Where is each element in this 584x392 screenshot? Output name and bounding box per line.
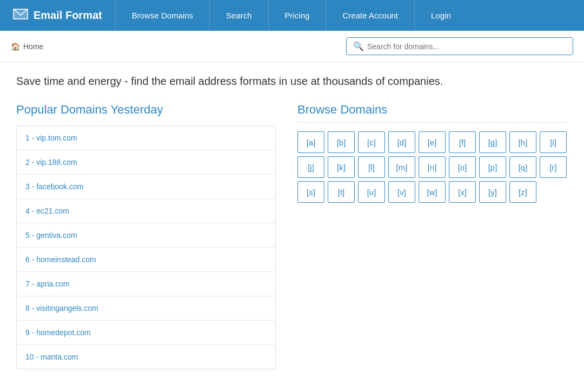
domain-list-item[interactable]: 6 - homeinstead.com [17,248,275,272]
main-nav: Email Format Browse Domains Search Prici… [0,0,584,31]
envelope-icon [13,9,28,22]
alpha-btn-o[interactable]: [o] [449,156,476,178]
popular-domains-title: Popular Domains Yesterday [16,103,276,117]
domain-list-item[interactable]: 10 - manta.com [17,345,275,369]
domain-search-box[interactable]: 🔍 [346,37,573,55]
alphabet-grid: [a][b][c][d][e][f][g][h][i][j][k][l][m][… [297,131,568,203]
popular-domains-section: Popular Domains Yesterday 1 - vip.tom.co… [16,103,276,369]
alpha-btn-w[interactable]: [w] [419,181,446,203]
domain-list-item[interactable]: 4 - ec21.com [17,199,275,223]
alpha-btn-d[interactable]: [d] [388,131,415,153]
alpha-btn-e[interactable]: [e] [419,131,446,153]
breadcrumb-bar: 🏠 Home 🔍 [0,31,584,62]
domain-list: 1 - vip.tom.com2 - vip.188.com3 - facebo… [16,125,276,369]
nav-pricing[interactable]: Pricing [268,0,326,31]
brand-logo: Email Format [0,0,115,31]
domain-list-item[interactable]: 7 - apria.com [17,272,275,296]
search-icon: 🔍 [353,41,364,51]
alpha-btn-m[interactable]: [m] [388,156,415,178]
alpha-btn-v[interactable]: [v] [388,181,415,203]
alpha-btn-n[interactable]: [n] [419,156,446,178]
alpha-btn-f[interactable]: [f] [449,131,476,153]
home-label: Home [23,42,43,51]
domain-list-item[interactable]: 1 - vip.tom.com [17,126,275,150]
alpha-btn-y[interactable]: [y] [479,181,506,203]
home-icon: 🏠 [11,42,20,51]
alpha-btn-q[interactable]: [q] [509,156,536,178]
alpha-btn-k[interactable]: [k] [328,156,355,178]
alpha-btn-t[interactable]: [t] [328,181,355,203]
alpha-btn-s[interactable]: [s] [297,181,324,203]
alpha-btn-a[interactable]: [a] [297,131,324,153]
nav-browse-domains[interactable]: Browse Domains [115,0,209,31]
main-content: Save time and energy - find the email ad… [5,62,579,382]
nav-links: Browse Domains Search Pricing Create Acc… [115,0,584,31]
alpha-btn-u[interactable]: [u] [358,181,385,203]
alpha-btn-j[interactable]: [j] [297,156,324,178]
alpha-btn-p[interactable]: [p] [479,156,506,178]
alpha-btn-h[interactable]: [h] [509,131,536,153]
domain-search-input[interactable] [367,42,566,51]
browse-domains-section: Browse Domains [a][b][c][d][e][f][g][h][… [297,103,568,203]
brand-name: Email Format [34,9,102,22]
alpha-btn-b[interactable]: [b] [328,131,355,153]
alpha-btn-r[interactable]: [r] [540,156,567,178]
nav-login[interactable]: Login [414,0,467,31]
two-column-layout: Popular Domains Yesterday 1 - vip.tom.co… [16,103,568,369]
home-link[interactable]: 🏠 Home [11,42,43,51]
alpha-btn-x[interactable]: [x] [449,181,476,203]
browse-domains-title: Browse Domains [297,103,568,123]
nav-search[interactable]: Search [209,0,268,31]
alpha-btn-i[interactable]: [i] [540,131,567,153]
domain-list-item[interactable]: 3 - facebook.com [17,175,275,199]
alpha-btn-z[interactable]: [z] [509,181,536,203]
alpha-btn-c[interactable]: [c] [358,131,385,153]
domain-list-item[interactable]: 2 - vip.188.com [17,150,275,175]
domain-list-item[interactable]: 5 - gentiva.com [17,223,275,248]
tagline: Save time and energy - find the email ad… [16,75,568,88]
alpha-btn-l[interactable]: [l] [358,156,385,178]
nav-create-account[interactable]: Create Account [326,0,414,31]
domain-list-item[interactable]: 9 - homedepot.com [17,321,275,345]
alpha-btn-g[interactable]: [g] [479,131,506,153]
domain-list-item[interactable]: 8 - visitingangels.com [17,296,275,321]
